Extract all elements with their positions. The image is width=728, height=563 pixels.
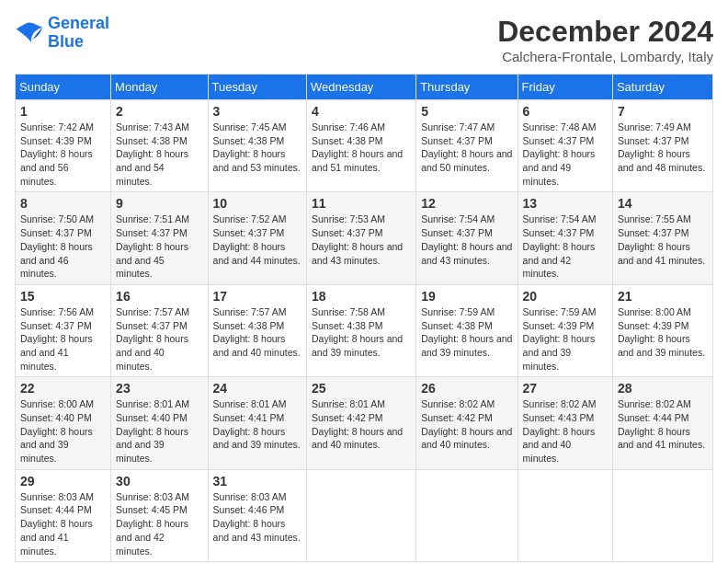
sunrise-label: Sunrise: 7:59 AM <box>421 306 495 317</box>
sunrise-label: Sunrise: 7:57 AM <box>116 306 189 317</box>
day-info: Sunrise: 7:46 AM Sunset: 4:38 PM Dayligh… <box>312 121 411 175</box>
daylight-label: Daylight: 8 hours and and 50 minutes. <box>421 148 512 173</box>
daylight-label: Daylight: 8 hours and and 40 minutes. <box>116 333 188 371</box>
sunset-label: Sunset: 4:40 PM <box>20 412 92 423</box>
day-cell: 23 Sunrise: 8:01 AM Sunset: 4:40 PM Dayl… <box>111 377 208 469</box>
sunrise-label: Sunrise: 7:42 AM <box>20 121 94 132</box>
day-number: 15 <box>20 289 106 304</box>
day-info: Sunrise: 7:45 AM Sunset: 4:38 PM Dayligh… <box>213 121 301 175</box>
sunset-label: Sunset: 4:37 PM <box>618 227 689 238</box>
sunrise-label: Sunrise: 7:53 AM <box>312 213 385 224</box>
day-cell <box>416 469 518 561</box>
header-row: SundayMondayTuesdayWednesdayThursdayFrid… <box>16 75 713 100</box>
day-cell <box>306 469 415 561</box>
sunset-label: Sunset: 4:39 PM <box>20 135 92 146</box>
daylight-label: Daylight: 8 hours and and 56 minutes. <box>20 148 93 186</box>
sunrise-label: Sunrise: 8:00 AM <box>20 398 94 409</box>
sunrise-label: Sunrise: 7:49 AM <box>618 121 691 132</box>
day-number: 6 <box>523 104 608 119</box>
daylight-label: Daylight: 8 hours and and 51 minutes. <box>312 148 403 173</box>
day-info: Sunrise: 7:59 AM Sunset: 4:38 PM Dayligh… <box>421 305 512 360</box>
sunset-label: Sunset: 4:38 PM <box>116 135 188 146</box>
day-info: Sunrise: 7:52 AM Sunset: 4:37 PM Dayligh… <box>213 213 301 267</box>
day-info: Sunrise: 8:03 AM Sunset: 4:44 PM Dayligh… <box>20 490 106 557</box>
header-cell-saturday: Saturday <box>612 75 712 100</box>
sunset-label: Sunset: 4:37 PM <box>20 227 92 238</box>
sunset-label: Sunset: 4:44 PM <box>618 412 689 423</box>
day-info: Sunrise: 8:02 AM Sunset: 4:44 PM Dayligh… <box>618 397 708 452</box>
day-info: Sunrise: 8:03 AM Sunset: 4:45 PM Dayligh… <box>116 490 202 557</box>
logo: General Blue <box>15 15 109 52</box>
day-info: Sunrise: 7:49 AM Sunset: 4:37 PM Dayligh… <box>618 121 708 175</box>
day-number: 21 <box>618 289 708 304</box>
sunset-label: Sunset: 4:37 PM <box>116 320 188 331</box>
daylight-label: Daylight: 8 hours and and 44 minutes. <box>213 241 301 266</box>
header-cell-wednesday: Wednesday <box>306 75 415 100</box>
daylight-label: Daylight: 8 hours and and 45 minutes. <box>116 241 188 279</box>
day-info: Sunrise: 7:50 AM Sunset: 4:37 PM Dayligh… <box>20 213 106 280</box>
day-info: Sunrise: 7:56 AM Sunset: 4:37 PM Dayligh… <box>20 305 106 373</box>
day-number: 2 <box>116 104 202 119</box>
day-number: 24 <box>213 381 301 396</box>
day-number: 29 <box>20 474 106 488</box>
sunrise-label: Sunrise: 8:01 AM <box>213 398 287 409</box>
sunset-label: Sunset: 4:37 PM <box>312 227 383 238</box>
sunrise-label: Sunrise: 7:54 AM <box>421 213 495 224</box>
sunrise-label: Sunrise: 8:03 AM <box>213 491 287 502</box>
day-info: Sunrise: 8:00 AM Sunset: 4:39 PM Dayligh… <box>618 305 708 360</box>
sunrise-label: Sunrise: 8:02 AM <box>523 398 597 409</box>
day-number: 7 <box>618 104 708 119</box>
day-info: Sunrise: 7:47 AM Sunset: 4:37 PM Dayligh… <box>421 121 512 175</box>
day-info: Sunrise: 8:02 AM Sunset: 4:43 PM Dayligh… <box>523 397 608 465</box>
daylight-label: Daylight: 8 hours and and 40 minutes. <box>523 426 596 464</box>
day-number: 14 <box>618 196 708 211</box>
header-cell-tuesday: Tuesday <box>208 75 306 100</box>
sunset-label: Sunset: 4:38 PM <box>421 320 493 331</box>
day-number: 4 <box>312 104 411 119</box>
day-info: Sunrise: 8:01 AM Sunset: 4:40 PM Dayligh… <box>116 397 202 465</box>
sunset-label: Sunset: 4:38 PM <box>312 320 383 331</box>
sunrise-label: Sunrise: 7:58 AM <box>312 306 385 317</box>
day-cell: 11 Sunrise: 7:53 AM Sunset: 4:37 PM Dayl… <box>306 192 415 284</box>
day-number: 22 <box>20 381 106 396</box>
sunrise-label: Sunrise: 7:43 AM <box>116 121 189 132</box>
daylight-label: Daylight: 8 hours and and 49 minutes. <box>523 148 596 186</box>
sunrise-label: Sunrise: 8:00 AM <box>618 306 691 317</box>
day-cell <box>518 469 612 561</box>
sunrise-label: Sunrise: 7:51 AM <box>116 213 189 224</box>
day-cell: 1 Sunrise: 7:42 AM Sunset: 4:39 PM Dayli… <box>16 100 111 192</box>
sunset-label: Sunset: 4:45 PM <box>116 504 188 515</box>
daylight-label: Daylight: 8 hours and and 39 minutes. <box>213 426 301 451</box>
day-number: 18 <box>312 289 411 304</box>
day-cell: 5 Sunrise: 7:47 AM Sunset: 4:37 PM Dayli… <box>416 100 518 192</box>
day-number: 27 <box>523 381 608 396</box>
daylight-label: Daylight: 8 hours and and 39 minutes. <box>618 333 705 358</box>
daylight-label: Daylight: 8 hours and and 41 minutes. <box>618 241 705 266</box>
daylight-label: Daylight: 8 hours and and 40 minutes. <box>312 426 403 451</box>
sunset-label: Sunset: 4:43 PM <box>523 412 595 423</box>
day-number: 23 <box>116 381 202 396</box>
sunrise-label: Sunrise: 7:59 AM <box>523 306 597 317</box>
daylight-label: Daylight: 8 hours and and 42 minutes. <box>116 518 188 556</box>
daylight-label: Daylight: 8 hours and and 43 minutes. <box>421 241 512 266</box>
day-cell: 9 Sunrise: 7:51 AM Sunset: 4:37 PM Dayli… <box>111 192 208 284</box>
location-title: Calchera-Frontale, Lombardy, Italy <box>497 49 713 64</box>
sunrise-label: Sunrise: 7:55 AM <box>618 213 691 224</box>
day-number: 12 <box>421 196 512 211</box>
day-info: Sunrise: 7:54 AM Sunset: 4:37 PM Dayligh… <box>421 213 512 267</box>
page-header: General Blue December 2024 Calchera-Fron… <box>15 15 713 64</box>
week-row-3: 15 Sunrise: 7:56 AM Sunset: 4:37 PM Dayl… <box>16 284 713 376</box>
daylight-label: Daylight: 8 hours and and 39 minutes. <box>421 333 512 358</box>
day-number: 20 <box>523 289 608 304</box>
header-cell-sunday: Sunday <box>16 75 111 100</box>
header-cell-monday: Monday <box>111 75 208 100</box>
day-number: 25 <box>312 381 411 396</box>
sunset-label: Sunset: 4:39 PM <box>618 320 689 331</box>
daylight-label: Daylight: 8 hours and and 39 minutes. <box>523 333 596 371</box>
daylight-label: Daylight: 8 hours and and 42 minutes. <box>523 241 596 279</box>
day-info: Sunrise: 7:51 AM Sunset: 4:37 PM Dayligh… <box>116 213 202 280</box>
day-info: Sunrise: 7:58 AM Sunset: 4:38 PM Dayligh… <box>312 305 411 360</box>
sunrise-label: Sunrise: 7:56 AM <box>20 306 94 317</box>
day-info: Sunrise: 7:57 AM Sunset: 4:38 PM Dayligh… <box>213 305 301 360</box>
daylight-label: Daylight: 8 hours and and 41 minutes. <box>20 518 93 556</box>
